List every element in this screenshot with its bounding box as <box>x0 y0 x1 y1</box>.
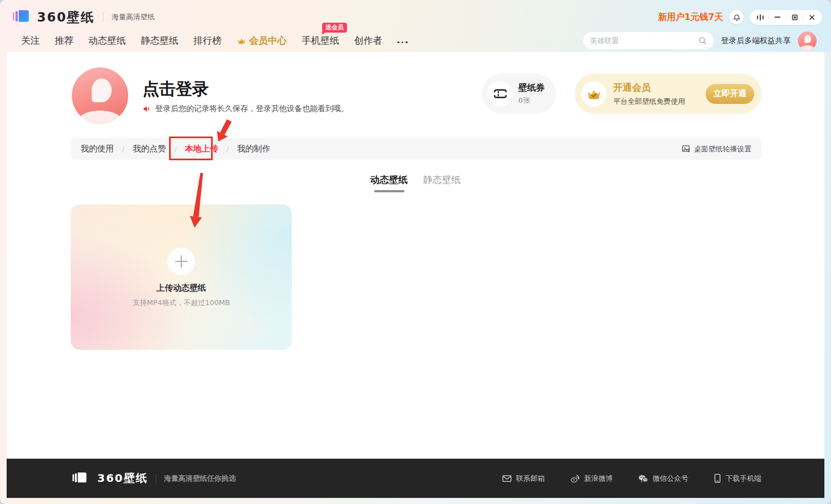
footer-brand: 360壁纸 海量高清壁纸任你挑选 <box>72 459 236 498</box>
desktop-carousel-settings[interactable]: 桌面壁纸轮播设置 <box>682 144 751 154</box>
vip-membership-card: 开通会员 平台全部壁纸免费使用 立即开通 <box>575 74 761 114</box>
nav-item-vip-center[interactable]: 会员中心 <box>236 34 287 47</box>
app-footer: 360壁纸 海量高清壁纸任你挑选 联系邮箱 新浪微博 <box>7 459 824 498</box>
search-input[interactable] <box>590 36 698 45</box>
close-icon <box>809 14 815 20</box>
content-tab-live[interactable]: 动态壁纸 <box>370 174 408 192</box>
bell-icon <box>733 13 741 22</box>
weibo-icon <box>570 474 580 483</box>
footer-link-weibo[interactable]: 新浪微博 <box>570 474 613 484</box>
login-share-text[interactable]: 登录后多端权益共享 <box>721 36 791 46</box>
content-tabs: 动态壁纸 静态壁纸 <box>0 174 831 192</box>
minimize-icon <box>774 14 781 20</box>
footer-link-download-app[interactable]: 下载手机端 <box>714 474 761 484</box>
nav-links: 关注 推荐 动态壁纸 静态壁纸 排行榜 会员中心 送会员 手机壁纸 创作者 <box>21 34 408 47</box>
maximize-button[interactable] <box>786 10 803 25</box>
upload-wallpaper-card[interactable]: 上传动态壁纸 支持MP4格式，不超过100MB <box>71 204 292 350</box>
open-vip-button[interactable]: 立即开通 <box>706 84 754 104</box>
ticket-icon <box>493 86 508 101</box>
nav-item-follow[interactable]: 关注 <box>21 34 40 47</box>
envelope-icon <box>502 475 512 482</box>
search-box[interactable] <box>583 32 714 49</box>
nav-item-ranking[interactable]: 排行榜 <box>193 34 222 47</box>
wallpaper-coupon-card[interactable]: 壁纸券 0张 <box>482 74 556 114</box>
image-icon <box>682 145 691 153</box>
coupon-title: 壁纸券 <box>518 82 545 94</box>
titlebar: 360壁纸 海量高清壁纸 新用户1元钱7天 <box>12 8 822 27</box>
app-header: 360壁纸 海量高清壁纸 新用户1元钱7天 <box>0 0 831 52</box>
app-logo-icon <box>12 8 32 27</box>
content-tab-static[interactable]: 静态壁纸 <box>423 174 461 192</box>
titlebar-right: 新用户1元钱7天 <box>658 10 822 25</box>
user-avatar-small[interactable] <box>798 32 817 50</box>
wechat-icon <box>638 474 648 483</box>
app-logo-text: 360壁纸 <box>37 9 94 26</box>
new-user-promo[interactable]: 新用户1元钱7天 <box>658 12 723 23</box>
speaker-icon <box>143 104 151 113</box>
main-navigation: 关注 推荐 动态壁纸 静态壁纸 排行榜 会员中心 送会员 手机壁纸 创作者 <box>21 32 817 50</box>
plus-icon[interactable] <box>167 248 195 275</box>
window-controls <box>750 10 822 25</box>
nav-more-icon[interactable] <box>397 38 408 44</box>
brand[interactable]: 360壁纸 海量高清壁纸 <box>12 8 155 27</box>
vip-title: 开通会员 <box>613 81 685 94</box>
maximize-icon <box>792 14 798 20</box>
tab-my-likes[interactable]: 我的点赞 <box>133 144 166 154</box>
three-bars-icon <box>757 14 764 20</box>
window-more-button[interactable] <box>752 10 769 25</box>
person-icon <box>804 35 811 43</box>
user-avatar-large[interactable] <box>72 67 128 124</box>
nav-item-recommend[interactable]: 推荐 <box>55 34 73 47</box>
annotation-highlight-box <box>169 136 213 160</box>
gift-vip-badge: 送会员 <box>322 23 347 33</box>
search-icon[interactable] <box>698 36 707 45</box>
nav-item-static-wallpaper[interactable]: 静态壁纸 <box>141 34 178 47</box>
login-tip-text: 登录后您的记录将长久保存，登录其他设备也能看到哦。 <box>155 104 349 114</box>
person-icon <box>92 78 112 102</box>
minimize-button[interactable] <box>769 10 786 25</box>
nav-right: 登录后多端权益共享 <box>583 32 817 50</box>
coupon-count: 0张 <box>518 96 545 106</box>
nav-item-live-wallpaper[interactable]: 动态壁纸 <box>88 34 126 47</box>
footer-logo-icon <box>72 470 90 487</box>
footer-logo-text: 360壁纸 <box>97 471 148 486</box>
nav-item-mobile-wallpaper[interactable]: 送会员 手机壁纸 <box>302 34 339 47</box>
crown-icon <box>586 87 602 101</box>
tab-my-usage[interactable]: 我的使用 <box>81 144 114 154</box>
login-title[interactable]: 点击登录 <box>143 78 209 101</box>
app-window: 360壁纸 海量高清壁纸 新用户1元钱7天 <box>0 0 831 504</box>
close-button[interactable] <box>803 10 820 25</box>
upload-title: 上传动态壁纸 <box>71 283 292 293</box>
tab-my-creations[interactable]: 我的制作 <box>237 144 270 154</box>
login-tip: 登录后您的记录将长久保存，登录其他设备也能看到哦。 <box>143 104 349 114</box>
phone-icon <box>714 474 721 483</box>
vip-desc: 平台全部壁纸免费使用 <box>613 97 685 107</box>
footer-links: 联系邮箱 新浪微博 微信公众号 <box>502 459 761 498</box>
crown-icon <box>236 36 246 45</box>
nav-item-creator[interactable]: 创作者 <box>354 34 382 47</box>
footer-link-email[interactable]: 联系邮箱 <box>502 474 545 484</box>
footer-link-wechat[interactable]: 微信公众号 <box>638 474 688 484</box>
app-tagline: 海量高清壁纸 <box>112 12 155 22</box>
upload-hint: 支持MP4格式，不超过100MB <box>71 298 292 308</box>
notification-bell-button[interactable] <box>729 10 744 24</box>
titlebar-divider <box>103 12 103 22</box>
footer-tagline: 海量高清壁纸任你挑选 <box>164 474 236 484</box>
